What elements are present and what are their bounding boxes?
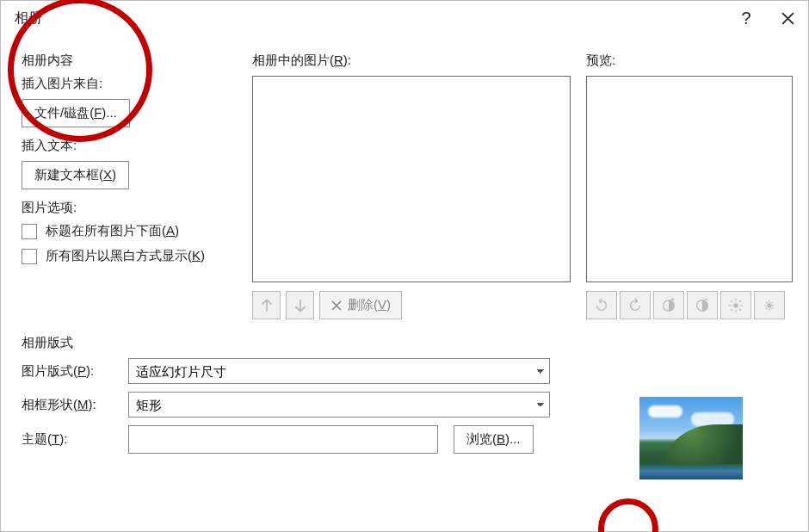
close-icon[interactable] bbox=[767, 1, 808, 35]
picture-order-toolbar: 删除(V) bbox=[252, 291, 572, 319]
preview-toolbar bbox=[586, 291, 793, 319]
brightness-down-icon bbox=[762, 298, 777, 313]
move-up-button[interactable] bbox=[252, 291, 281, 319]
label-preview: 预览: bbox=[586, 53, 793, 69]
layout-preview-thumbnail bbox=[639, 397, 743, 479]
arrow-up-icon bbox=[259, 298, 275, 313]
checkbox-icon bbox=[22, 224, 37, 239]
move-down-button[interactable] bbox=[286, 291, 314, 319]
help-icon[interactable]: ? bbox=[726, 1, 767, 35]
rotate-left-button[interactable] bbox=[586, 291, 617, 319]
svg-point-3 bbox=[767, 303, 771, 307]
titlebar: 相册 ? bbox=[1, 1, 808, 35]
checkbox-black-white[interactable]: 所有图片以黑白方式显示(K) bbox=[22, 248, 252, 264]
pictures-column: 相册中的图片(R): 删除(V) bbox=[252, 53, 572, 319]
label-picture-options: 图片选项: bbox=[22, 200, 252, 216]
preview-column: 预览: bbox=[586, 53, 793, 319]
checkbox-caption-below[interactable]: 标题在所有图片下面(A) bbox=[22, 223, 252, 239]
label-frame-shape: 相框形状(M): bbox=[22, 397, 128, 413]
rotate-right-button[interactable] bbox=[620, 291, 651, 319]
preview-box bbox=[586, 76, 793, 282]
contrast-down-icon bbox=[695, 298, 710, 313]
brightness-up-button[interactable] bbox=[720, 291, 751, 319]
label-pictures-in-album: 相册中的图片(R): bbox=[252, 53, 572, 69]
album-content-left: 相册内容 插入图片来自: 文件/磁盘(F)... 插入文本: 新建文本框(X) … bbox=[22, 53, 252, 319]
contrast-up-icon bbox=[661, 298, 676, 313]
contrast-up-button[interactable] bbox=[653, 291, 684, 319]
x-icon bbox=[330, 300, 343, 312]
theme-input[interactable] bbox=[128, 425, 438, 454]
annotation-circle bbox=[598, 498, 658, 532]
browse-button[interactable]: 浏览(B)... bbox=[454, 425, 534, 454]
section-album-content: 相册内容 bbox=[22, 53, 252, 69]
contrast-down-button[interactable] bbox=[687, 291, 718, 319]
rotate-right-icon bbox=[627, 298, 643, 313]
label-picture-layout: 图片版式(P): bbox=[22, 363, 128, 380]
frame-shape-select[interactable]: 矩形 bbox=[128, 392, 550, 418]
brightness-up-icon bbox=[728, 298, 744, 313]
pictures-listbox[interactable] bbox=[252, 76, 571, 282]
arrow-down-icon bbox=[293, 298, 308, 313]
svg-point-2 bbox=[733, 303, 738, 307]
brightness-down-button[interactable] bbox=[754, 291, 785, 319]
section-album-layout: 相册版式 bbox=[22, 335, 793, 351]
label-insert-text: 插入文本: bbox=[22, 138, 252, 154]
label-theme: 主题(T): bbox=[22, 431, 128, 448]
album-content-row: 相册内容 插入图片来自: 文件/磁盘(F)... 插入文本: 新建文本框(X) … bbox=[22, 53, 793, 319]
file-disk-button[interactable]: 文件/磁盘(F)... bbox=[22, 99, 130, 127]
remove-button[interactable]: 删除(V) bbox=[319, 291, 402, 319]
rotate-left-icon bbox=[594, 298, 609, 313]
album-dialog: 相册 ? 相册内容 插入图片来自: 文件/磁盘(F)... 插入文本: 新建文本… bbox=[0, 0, 809, 532]
new-textbox-button[interactable]: 新建文本框(X) bbox=[22, 161, 129, 189]
picture-layout-select[interactable]: 适应幻灯片尺寸 bbox=[128, 358, 550, 384]
dialog-title: 相册 bbox=[15, 9, 726, 28]
checkbox-icon bbox=[22, 249, 37, 264]
label-insert-from: 插入图片来自: bbox=[22, 76, 252, 92]
